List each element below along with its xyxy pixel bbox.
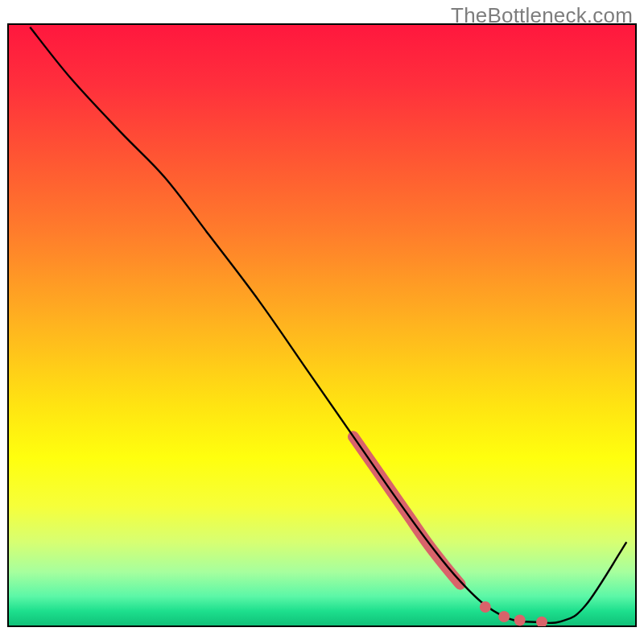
watermark-text: TheBottleneck.com [451,3,633,28]
highlight-dot [514,615,526,626]
highlight-dot [480,601,491,613]
highlight-dot [536,617,547,628]
gradient-background [8,24,636,626]
chart-stage: TheBottleneck.com [0,0,644,644]
highlight-dot [498,611,510,622]
bottleneck-chart [0,0,644,644]
